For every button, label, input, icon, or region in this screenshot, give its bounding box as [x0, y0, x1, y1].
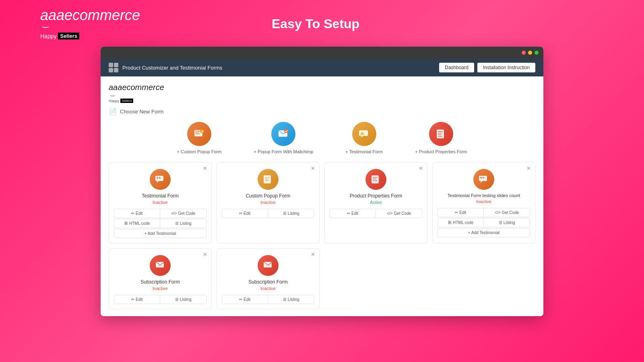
sub1-card-title: Subscription Form: [140, 279, 180, 285]
mailchimp-icon: [271, 122, 295, 146]
app-header-left: Product Customizer and Testimonial Forms: [109, 63, 222, 72]
outer-happy-sellers: Happy Sellers: [40, 33, 79, 39]
close-sub1-btn[interactable]: ✕: [203, 252, 207, 257]
dot-red: [522, 51, 526, 55]
testimonial-test-card-title: Testimonial Form testing slides count: [448, 193, 520, 198]
custom-popup-card-icon: [258, 169, 279, 190]
svg-rect-21: [265, 180, 269, 181]
testimonial-card-status: Inactive: [153, 200, 168, 205]
svg-rect-11: [438, 131, 443, 132]
browser-titlebar: [101, 47, 543, 59]
svg-rect-2: [195, 132, 199, 133]
testimonial-actions-row2: 🖹 HTML code ☰ Listing: [114, 219, 206, 228]
browser-dots: [522, 51, 539, 55]
sub2-card-status: Inactive: [260, 286, 276, 291]
product-props-edit-btn[interactable]: ✏ Edit: [330, 209, 376, 218]
testimonial-add-btn[interactable]: + Add Testimonial: [114, 229, 206, 238]
dashboard-button[interactable]: Dashboard: [439, 63, 474, 72]
product-properties-label: + Product Properties Form: [415, 149, 467, 154]
svg-rect-25: [373, 180, 377, 181]
testimonial-test-listing-btn[interactable]: ☰ Listing: [484, 218, 530, 227]
inner-happy-text: Happy: [109, 99, 119, 103]
close-product-props-btn[interactable]: ✕: [419, 166, 423, 171]
form-cards-row2: ✕ Subscription Form Inactive ✏ Edit ☰ Li…: [109, 248, 535, 309]
testimonial-card-icon: [150, 169, 171, 190]
inner-brand-prefix: aaa: [109, 83, 122, 92]
testimonial-edit-btn[interactable]: ✏ Edit: [114, 209, 160, 218]
sub2-edit-btn[interactable]: ✏ Edit: [222, 295, 268, 304]
sub2-card-title: Subscription Form: [248, 279, 287, 285]
testimonial-getcode-btn[interactable]: </> Get Code: [161, 209, 206, 218]
testimonial-test-card-icon: [473, 169, 494, 190]
svg-rect-13: [438, 134, 441, 135]
inner-app-body: aaaecommerce ⌣ Happy Sellers 📄 Choose Ne…: [101, 76, 543, 316]
svg-rect-20: [265, 179, 268, 179]
sellers-badge: Sellers: [58, 33, 79, 39]
close-custom-popup-btn[interactable]: ✕: [311, 166, 315, 171]
form-types-row: + Custom Popup Form + Popup Form With Ma…: [109, 122, 535, 154]
close-testimonial-test-btn[interactable]: ✕: [526, 166, 531, 171]
testimonial-test-add-btn[interactable]: + Add Testimonial: [438, 228, 530, 237]
brand-logo: aaaecommerce ⌣ Happy Sellers: [40, 8, 140, 39]
inner-brand-text: aaaecommerce: [109, 83, 535, 92]
outer-header: aaaecommerce ⌣ Happy Sellers Easy To Set…: [0, 8, 644, 43]
inner-smile-icon: ⌣: [109, 92, 116, 99]
testimonial-test-htmlcode-btn[interactable]: 🖹 HTML code: [438, 218, 484, 227]
product-props-getcode-btn[interactable]: </> Get Code: [376, 209, 422, 218]
product-props-card-status: Active: [370, 200, 382, 205]
form-type-mailchimp[interactable]: + Popup Form With Mailchimp: [254, 122, 313, 154]
product-props-card-icon: [365, 169, 386, 190]
sub1-card-icon: [150, 255, 171, 276]
app-content: Product Customizer and Testimonial Forms…: [101, 59, 543, 316]
sub1-card-status: Inactive: [153, 286, 168, 291]
close-testimonial-btn[interactable]: ✕: [203, 166, 207, 171]
inner-happy-sellers: Happy Sellers: [109, 99, 133, 103]
close-sub2-btn[interactable]: ✕: [311, 252, 315, 257]
testimonial-label: + Testimonial Form: [345, 149, 383, 154]
testimonial-test-actions-row1: ✏ Edit </> Get Code: [438, 208, 530, 217]
form-type-testimonial[interactable]: + Testimonial Form: [345, 122, 383, 154]
product-props-actions: ✏ Edit </> Get Code: [330, 209, 422, 218]
testimonial-htmlcode-btn[interactable]: 🖹 HTML code: [114, 219, 160, 228]
sub2-listing-btn[interactable]: ☰ Listing: [268, 295, 314, 304]
testimonial-actions-row1: ✏ Edit </> Get Code: [114, 209, 206, 218]
svg-rect-16: [157, 177, 158, 179]
sub1-edit-btn[interactable]: ✏ Edit: [114, 295, 160, 304]
form-card-sub1: ✕ Subscription Form Inactive ✏ Edit ☰ Li…: [109, 248, 212, 309]
brand-row: aaaecommerce ⌣ Happy Sellers Easy To Set…: [0, 8, 644, 39]
smile-icon: ⌣: [41, 23, 50, 31]
form-card-custom-popup: ✕ Custom Popup Form Inactive ✏ Edit ☰: [217, 162, 320, 243]
product-props-card-title: Product Properties Form: [350, 193, 402, 199]
form-type-custom-popup[interactable]: + Custom Popup Form: [177, 122, 222, 154]
svg-rect-28: [483, 177, 484, 179]
happy-text: Happy: [40, 33, 56, 39]
browser-window: Product Customizer and Testimonial Forms…: [101, 47, 543, 316]
testimonial-test-edit-btn[interactable]: ✏ Edit: [438, 208, 484, 217]
form-card-testimonial-test: ✕ Testimonial Form testing slides count …: [432, 162, 535, 243]
custom-popup-actions: ✏ Edit ☰ Listing: [222, 209, 314, 218]
custom-popup-edit-btn[interactable]: ✏ Edit: [222, 209, 268, 218]
svg-rect-22: [372, 175, 379, 183]
svg-rect-19: [265, 177, 270, 178]
inner-brand: aaaecommerce ⌣ Happy Sellers: [109, 83, 535, 103]
testimonial-listing-btn[interactable]: ☰ Listing: [161, 219, 206, 228]
svg-rect-23: [373, 177, 378, 178]
form-card-sub2: ✕ Subscription Form Inactive ✏ Edit ☰ Li…: [217, 248, 320, 309]
svg-rect-17: [159, 177, 161, 179]
sub2-card-icon: [258, 255, 279, 276]
sub2-actions: ✏ Edit ☰ Listing: [222, 295, 314, 304]
choose-new-form[interactable]: 📄 Choose New Form: [109, 108, 535, 115]
custom-popup-card-title: Custom Popup Form: [246, 193, 291, 199]
installation-instruction-button[interactable]: Installation Instruction: [477, 63, 535, 72]
sub1-listing-btn[interactable]: ☰ Listing: [161, 295, 206, 304]
form-type-product-properties[interactable]: + Product Properties Form: [415, 122, 467, 154]
inner-sellers-badge: Sellers: [120, 99, 133, 103]
svg-point-6: [284, 129, 288, 133]
testimonial-card-title: Testimonial Form: [142, 193, 178, 199]
testimonial-icon: [352, 122, 376, 146]
app-header-title: Product Customizer and Testimonial Forms: [122, 65, 222, 71]
custom-popup-label: + Custom Popup Form: [177, 149, 222, 154]
custom-popup-listing-btn[interactable]: ☰ Listing: [268, 209, 314, 218]
testimonial-test-getcode-btn[interactable]: </> Get Code: [484, 208, 530, 217]
dot-green: [535, 51, 539, 55]
